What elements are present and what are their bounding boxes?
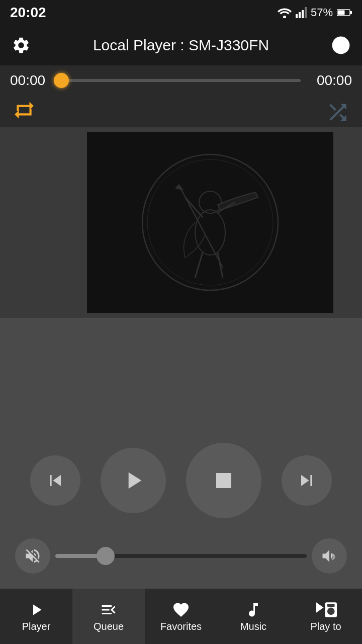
nav-item-playto[interactable]: Play to [290,589,362,644]
progress-thumb[interactable] [54,73,69,88]
battery-icon [337,9,352,17]
playto-nav-icon [315,601,337,619]
svg-point-12 [147,159,273,285]
album-area [0,127,362,318]
favorites-nav-icon [172,601,190,619]
svg-point-11 [142,154,278,290]
nav-item-queue[interactable]: Queue [72,589,145,644]
volume-track[interactable] [55,554,307,558]
spacer [0,318,362,428]
nav-item-favorites[interactable]: Favorites [145,589,217,644]
repeat-button[interactable] [10,99,38,122]
favorites-nav-label: Favorites [160,621,202,632]
status-icons: 57% [278,6,352,19]
nav-item-player[interactable]: Player [0,589,72,644]
svg-marker-17 [316,602,324,613]
mute-button[interactable] [15,538,50,574]
bottom-nav: Player Queue Favorites Music [0,589,362,644]
svg-rect-6 [350,11,352,14]
svg-marker-16 [176,185,183,190]
info-button[interactable] [330,34,352,56]
player-nav-label: Player [22,621,51,632]
signal-icon [296,7,307,18]
svg-rect-3 [302,10,304,18]
previous-button[interactable] [30,455,80,506]
wifi-icon [278,7,292,18]
volume-thumb[interactable] [97,547,115,565]
volume-max-button[interactable] [312,538,347,574]
svg-rect-7 [338,11,345,15]
svg-rect-1 [296,14,298,18]
album-art [87,132,333,313]
battery-text: 57% [311,6,333,19]
svg-rect-4 [305,7,307,18]
time-end: 00:00 [307,72,352,89]
playback-controls [0,428,362,533]
music-nav-label: Music [240,621,266,632]
settings-button[interactable] [10,34,32,56]
player-nav-icon [27,601,45,619]
main-content: Local Player : SM-J330FN 00:00 00:00 [0,25,362,589]
queue-nav-icon [100,601,118,619]
status-time: 20:02 [10,5,46,21]
next-button[interactable] [282,455,332,506]
svg-point-20 [329,610,332,613]
header: Local Player : SM-J330FN [0,25,362,65]
status-bar: 20:02 57% [0,0,362,25]
album-art-image [135,147,286,298]
volume-area [0,533,362,589]
shuffle-button[interactable] [324,99,352,122]
nav-item-music[interactable]: Music [217,589,290,644]
svg-rect-21 [327,604,335,607]
play-button[interactable] [101,448,166,513]
svg-rect-2 [299,12,301,18]
time-start: 00:00 [10,72,55,89]
progress-track[interactable] [61,79,301,82]
music-nav-icon [244,601,262,619]
header-title: Local Player : SM-J330FN [32,37,330,54]
playto-nav-label: Play to [310,621,341,632]
svg-point-13 [195,210,225,255]
controls-row [0,96,362,127]
svg-point-0 [283,16,286,18]
stop-button[interactable] [186,443,261,518]
queue-nav-label: Queue [94,621,124,632]
progress-area: 00:00 00:00 [0,65,362,96]
